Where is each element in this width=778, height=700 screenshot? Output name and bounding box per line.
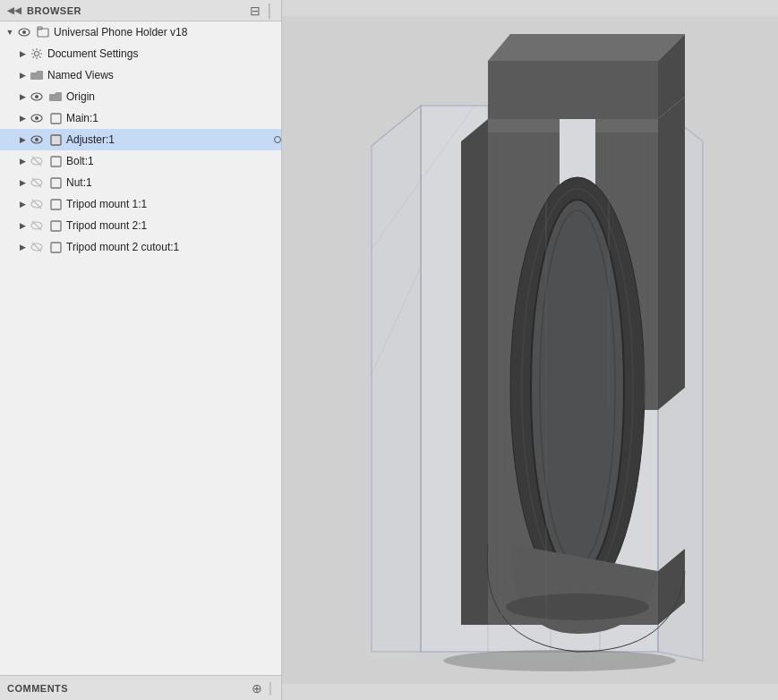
- bolt1-label: Bolt:1: [66, 155, 281, 167]
- origin-label: Origin: [66, 90, 281, 103]
- nut1-component-icon: [47, 175, 64, 191]
- sidebar: ◀◀ BROWSER ⊟ │ ▼: [0, 0, 282, 700]
- tripod2-component-icon: [47, 218, 64, 234]
- tree-item-tripod-mount-2-cutout[interactable]: ▶ Tripod mount 2 cutout:1: [0, 236, 281, 258]
- svg-point-11: [35, 138, 38, 141]
- svg-rect-27: [51, 243, 61, 252]
- origin-visibility-icon[interactable]: [29, 89, 45, 105]
- svg-point-60: [443, 650, 676, 671]
- tripod1-expand: ▶: [16, 200, 29, 209]
- bolt1-expand: ▶: [16, 157, 29, 166]
- tripod2-cutout-visibility-icon[interactable]: [29, 239, 45, 255]
- comments-label: COMMENTS: [7, 683, 252, 694]
- tree-item-document-settings[interactable]: ▶ Document Settings: [0, 43, 281, 64]
- svg-marker-42: [461, 119, 488, 625]
- bolt1-component-icon: [47, 153, 64, 169]
- svg-point-6: [35, 95, 38, 98]
- tree-item-main1[interactable]: ▶ Main:1: [0, 107, 281, 129]
- component-box-icon-5: [50, 220, 62, 232]
- named-views-expand: ▶: [16, 71, 29, 80]
- origin-expand: ▶: [16, 92, 29, 101]
- tree-item-tripod-mount-1[interactable]: ▶ Tripod mount 1:1: [0, 193, 281, 215]
- component-active-icon: [50, 134, 62, 146]
- named-views-label: Named Views: [47, 69, 281, 81]
- adjuster1-expand: ▶: [16, 135, 29, 144]
- main1-component-icon: [47, 110, 64, 126]
- svg-point-55: [506, 593, 649, 620]
- doc-settings-label: Document Settings: [47, 47, 281, 60]
- eye-icon: [30, 90, 43, 103]
- eye-open-icon: [18, 26, 30, 38]
- tree-item-origin[interactable]: ▶ Origin: [0, 86, 281, 107]
- tree-item-nut1[interactable]: ▶ Nut:1: [0, 172, 281, 193]
- doc-settings-expand: ▶: [16, 49, 29, 58]
- main1-visibility-icon[interactable]: [29, 110, 45, 126]
- tripod2-cutout-component-icon: [47, 239, 64, 255]
- tripod1-visibility-icon[interactable]: [29, 196, 45, 212]
- sidebar-menu-icon[interactable]: ⊟: [250, 4, 261, 18]
- app-container: ◀◀ BROWSER ⊟ │ ▼: [0, 0, 778, 700]
- doc-settings-gear-icon: [29, 46, 45, 62]
- root-label: Universal Phone Holder v18: [54, 26, 281, 38]
- sidebar-drag-handle: │: [266, 4, 274, 18]
- bolt1-visibility-icon[interactable]: [29, 153, 45, 169]
- nut1-visibility-icon[interactable]: [29, 175, 45, 191]
- tripod1-label: Tripod mount 1:1: [66, 198, 281, 210]
- component-folder-icon: [37, 26, 49, 38]
- sidebar-collapse-button[interactable]: ◀◀ BROWSER: [7, 5, 250, 16]
- main1-label: Main:1: [66, 112, 281, 124]
- adjuster1-component-icon: [47, 132, 64, 148]
- sidebar-footer-handle: │: [268, 682, 275, 695]
- component-box-icon-6: [50, 242, 62, 253]
- gear-icon: [30, 47, 43, 60]
- root-expand-arrow: ▼: [4, 28, 16, 37]
- sidebar-content: ▼ Universal Phone Holder v18 ▶: [0, 21, 281, 675]
- eye-hidden-icon: [30, 155, 43, 167]
- tree-item-named-views[interactable]: ▶ Named Views: [0, 64, 281, 86]
- tripod1-component-icon: [47, 196, 64, 212]
- tripod2-visibility-icon[interactable]: [29, 218, 45, 234]
- tripod2-label: Tripod mount 2:1: [66, 219, 281, 232]
- eye-hidden-icon-4: [30, 219, 43, 232]
- eye-hidden-icon-5: [30, 241, 43, 253]
- tripod2-cutout-expand: ▶: [16, 243, 29, 252]
- adjuster1-label: Adjuster:1: [66, 133, 270, 146]
- sidebar-footer: COMMENTS ⊕ │: [0, 675, 281, 700]
- adjuster1-visibility-icon[interactable]: [29, 132, 45, 148]
- svg-point-4: [35, 52, 39, 56]
- svg-rect-12: [51, 135, 61, 145]
- nut1-expand: ▶: [16, 178, 29, 187]
- tripod2-cutout-label: Tripod mount 2 cutout:1: [66, 241, 281, 253]
- svg-marker-44: [658, 97, 685, 410]
- svg-rect-24: [51, 221, 61, 231]
- svg-marker-38: [488, 61, 658, 119]
- tree-item-bolt1[interactable]: ▶ Bolt:1: [0, 150, 281, 172]
- tree-root[interactable]: ▼ Universal Phone Holder v18: [0, 21, 281, 43]
- viewport-3d[interactable]: [282, 0, 778, 700]
- eye-icon-2: [30, 112, 43, 124]
- 3d-scene: [282, 0, 778, 700]
- svg-marker-39: [488, 34, 685, 61]
- add-comment-icon[interactable]: ⊕: [252, 681, 262, 696]
- collapse-arrows-icon: ◀◀: [7, 5, 21, 15]
- svg-rect-15: [51, 157, 61, 166]
- tripod2-expand: ▶: [16, 221, 29, 230]
- component-box-icon-2: [50, 156, 62, 167]
- eye-hidden-icon-3: [30, 198, 43, 210]
- component-box-icon: [50, 113, 62, 124]
- folder-gray-icon: [49, 91, 62, 102]
- tree-item-adjuster1[interactable]: ▶ Adjuster:1: [0, 129, 281, 150]
- sidebar-header-icons: ⊟ │: [250, 4, 274, 18]
- root-component-icon: [35, 24, 51, 40]
- tree-item-tripod-mount-2[interactable]: ▶ Tripod mount 2:1: [0, 215, 281, 236]
- folder-icon: [30, 70, 43, 81]
- viewport: [282, 0, 778, 700]
- svg-rect-9: [51, 114, 61, 124]
- svg-point-1: [22, 30, 26, 34]
- adjuster1-dot: [274, 136, 281, 143]
- sidebar-header: ◀◀ BROWSER ⊟ │: [0, 0, 281, 21]
- svg-marker-54: [595, 119, 658, 132]
- svg-marker-53: [488, 119, 560, 132]
- root-visibility-icon[interactable]: [16, 24, 32, 40]
- nut1-label: Nut:1: [66, 176, 281, 189]
